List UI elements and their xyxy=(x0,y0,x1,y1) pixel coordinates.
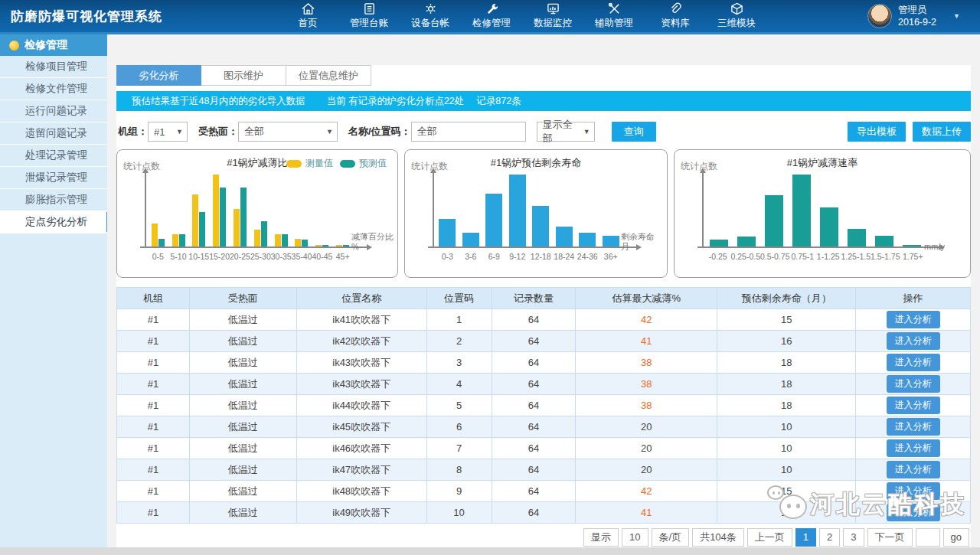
search-button[interactable]: 查询 xyxy=(612,122,656,142)
prev-page-button[interactable]: 上一页 xyxy=(747,528,792,547)
enter-analysis-button[interactable]: 进入分析 xyxy=(887,354,940,371)
sidebar-item-6[interactable]: 膨胀指示管理 xyxy=(0,189,107,211)
enter-analysis-button[interactable]: 进入分析 xyxy=(887,311,940,328)
export-template-button[interactable]: 导出模板 xyxy=(848,122,906,142)
nav-monitoring[interactable]: 数据监控 xyxy=(522,2,583,30)
sidebar-item-0[interactable]: 检修项目管理 xyxy=(0,56,107,78)
table-cell: 20 xyxy=(576,416,717,438)
enter-analysis-button[interactable]: 进入分析 xyxy=(887,482,940,500)
user-avatar xyxy=(867,4,892,28)
sidebar-item-2[interactable]: 运行问题记录 xyxy=(0,100,107,122)
table-cell: 10 xyxy=(717,438,856,459)
table-cell: 64 xyxy=(492,331,576,352)
analysis-table: 机组受热面位置名称位置码记录数量估算最大减薄%预估剩余寿命（月）操作 #1低温过… xyxy=(116,287,971,524)
goto-page-input[interactable] xyxy=(916,528,940,547)
name-code-label: 名称/位置码： xyxy=(348,125,411,139)
sidebar-item-7[interactable]: 定点劣化分析 xyxy=(0,211,107,233)
table-cell: 20 xyxy=(576,459,717,481)
tab-degradation-analysis[interactable]: 劣化分析 xyxy=(116,65,201,86)
plot-area xyxy=(436,175,622,246)
table-cell-action: 进入分析 xyxy=(856,502,971,524)
bar xyxy=(485,194,502,246)
table-cell: 5 xyxy=(426,395,492,416)
table-cell: 3 xyxy=(426,352,492,374)
table-cell: 41 xyxy=(576,502,717,524)
sidebar-item-3[interactable]: 遗留问题记录 xyxy=(0,122,107,145)
x-tick-label: 6-9 xyxy=(482,252,506,264)
sidebar-item-5[interactable]: 泄爆记录管理 xyxy=(0,167,107,189)
x-tick-label: 40-45 xyxy=(312,252,332,264)
table-cell: ik43吹吹器下 xyxy=(296,374,426,395)
unit-select-value: #1 xyxy=(154,126,165,138)
bar xyxy=(275,234,281,246)
tab-diagram-maintenance[interactable]: 图示维护 xyxy=(201,65,286,86)
go-button[interactable]: go xyxy=(943,528,969,547)
table-cell: #1 xyxy=(117,481,190,502)
data-upload-button[interactable]: 数据上传 xyxy=(913,122,971,142)
pagination-total: 共104条 xyxy=(692,528,744,547)
bar-group xyxy=(436,175,459,246)
sidebar-item-1[interactable]: 检修文件管理 xyxy=(0,78,107,100)
enter-analysis-button[interactable]: 进入分析 xyxy=(887,375,940,393)
chart-title: #1锅炉减薄速率 xyxy=(675,156,970,170)
bar-group xyxy=(332,175,353,246)
top-bar: 防磨防爆可视化管理系统 首页 管理台账 设备台帐 检修管理 xyxy=(0,0,980,34)
app-title: 防磨防爆可视化管理系统 xyxy=(11,8,162,25)
tab-position-info[interactable]: 位置信息维护 xyxy=(286,65,371,86)
main-area: 劣化分析 图示维护 位置信息维护 预估结果基于近48月内的的劣化导入数据 当前 … xyxy=(107,34,980,547)
enter-analysis-button[interactable]: 进入分析 xyxy=(887,461,940,478)
page-size-select[interactable]: 10 xyxy=(622,528,648,547)
notice-part-2: 当前 有记录的炉劣化分析点22处 xyxy=(326,95,464,108)
nav-equipment[interactable]: 设备台帐 xyxy=(400,2,461,30)
bar xyxy=(295,239,301,246)
x-axis xyxy=(697,246,939,248)
table-cell: ik45吹吹器下 xyxy=(296,416,426,438)
x-tick-label: 24-36 xyxy=(576,252,599,264)
table-cell: 64 xyxy=(492,481,576,502)
chevron-down-icon[interactable]: ▼ xyxy=(953,12,960,20)
nav-3d-module[interactable]: 三维模块 xyxy=(706,2,767,30)
next-page-button[interactable]: 下一页 xyxy=(867,528,913,547)
nav-maintenance[interactable]: 检修管理 xyxy=(461,2,522,30)
ledger-icon xyxy=(362,2,377,15)
table-cell: 低温过 xyxy=(189,395,296,416)
x-axis xyxy=(140,246,367,248)
page-number-2[interactable]: 2 xyxy=(819,528,840,547)
enter-analysis-button[interactable]: 进入分析 xyxy=(887,504,940,521)
table-cell: 低温过 xyxy=(189,481,296,502)
name-code-input[interactable] xyxy=(411,122,526,142)
nav-library[interactable]: 资料库 xyxy=(645,2,706,30)
x-tick-label: 1-1.25 xyxy=(815,252,841,264)
page-number-1[interactable]: 1 xyxy=(795,528,816,547)
table-row: #1低温过ik44吹吹器下5643818进入分析 xyxy=(117,395,971,416)
enter-analysis-button[interactable]: 进入分析 xyxy=(887,397,940,414)
unit-select[interactable]: #1▼ xyxy=(148,122,188,142)
nav-ledger-label: 管理台账 xyxy=(350,17,388,30)
enter-analysis-button[interactable]: 进入分析 xyxy=(887,439,940,457)
x-axis-label: 剩余寿命月 xyxy=(621,232,664,253)
bar xyxy=(820,207,838,246)
surface-select[interactable]: 全部▼ xyxy=(238,122,338,142)
nav-auxiliary[interactable]: 辅助管理 xyxy=(583,2,645,30)
table-cell: #1 xyxy=(117,309,190,331)
table-cell: 9 xyxy=(426,481,492,502)
table-cell-action: 进入分析 xyxy=(856,438,971,459)
display-select[interactable]: 显示全部▼ xyxy=(537,122,595,142)
table-cell: ik41吹吹器下 xyxy=(296,309,426,331)
enter-analysis-button[interactable]: 进入分析 xyxy=(887,418,940,436)
y-axis-label: 统计点数 xyxy=(681,160,717,173)
nav-home[interactable]: 首页 xyxy=(277,2,338,30)
y-axis-label: 统计点数 xyxy=(123,160,160,173)
x-tick-label: 12-18 xyxy=(529,252,553,264)
page-number-3[interactable]: 3 xyxy=(843,528,864,547)
user-menu[interactable]: 管理员 2016-9-2 ▼ xyxy=(867,4,960,29)
table-row: #1低温过ik42吹吹器下2644116进入分析 xyxy=(117,331,971,352)
x-tick-label: 20-25 xyxy=(230,252,250,264)
nav-ledger[interactable]: 管理台账 xyxy=(338,2,400,30)
bar xyxy=(152,224,158,246)
table-row: #1低温过ik45吹吹器下6642010进入分析 xyxy=(117,416,971,438)
enter-analysis-button[interactable]: 进入分析 xyxy=(887,332,940,350)
table-row: #1低温过ik48吹吹器下9644215进入分析 xyxy=(117,481,971,502)
paperclip-icon xyxy=(668,2,683,15)
sidebar-item-4[interactable]: 处理记录管理 xyxy=(0,145,107,167)
